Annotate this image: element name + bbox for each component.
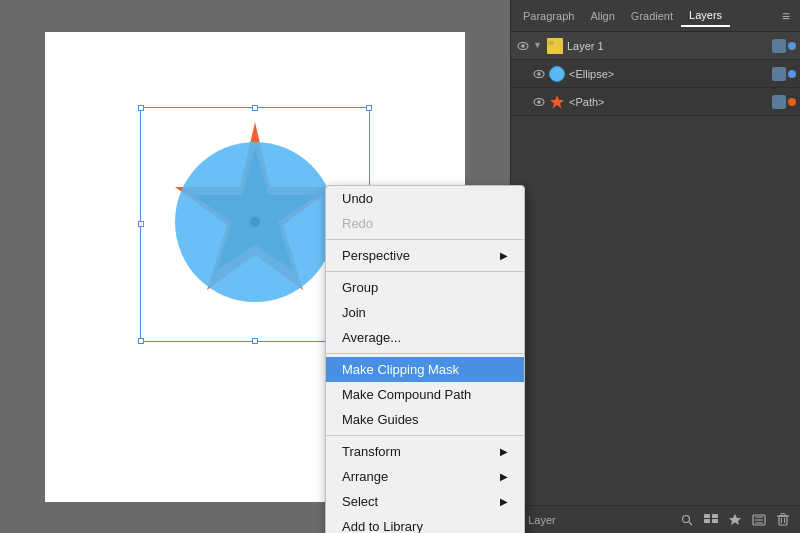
context-menu: Undo Redo Perspective ▶ Group Join Avera… <box>325 185 525 533</box>
separator-1 <box>326 239 524 240</box>
layer-lock-icon[interactable] <box>772 39 786 53</box>
menu-item-make-clipping-mask[interactable]: Make Clipping Mask <box>326 357 524 382</box>
separator-4 <box>326 435 524 436</box>
menu-item-arrange[interactable]: Arrange ▶ <box>326 464 524 489</box>
layer-thumb-folder <box>547 38 563 54</box>
search-status-icon[interactable] <box>678 511 696 529</box>
layer-color-dot <box>788 42 796 50</box>
menu-item-transform[interactable]: Transform ▶ <box>326 439 524 464</box>
perspective-arrow-icon: ▶ <box>500 250 508 261</box>
tab-paragraph[interactable]: Paragraph <box>515 6 582 26</box>
svg-rect-26 <box>781 514 785 517</box>
right-panel: Paragraph Align Gradient Layers ≡ ▼ <box>510 0 800 533</box>
layer-lock-ellipse[interactable] <box>772 67 786 81</box>
tab-layers[interactable]: Layers <box>681 5 730 27</box>
svg-point-11 <box>537 100 541 104</box>
layer-color-ellipse <box>788 70 796 78</box>
layer-lock-path[interactable] <box>772 95 786 109</box>
move-status-icon[interactable] <box>750 511 768 529</box>
menu-item-select[interactable]: Select ▶ <box>326 489 524 514</box>
status-icons <box>678 511 792 529</box>
svg-marker-19 <box>729 514 741 525</box>
anchor-status-icon[interactable] <box>726 511 744 529</box>
menu-item-add-to-library[interactable]: Add to Library <box>326 514 524 533</box>
svg-point-13 <box>683 515 690 522</box>
arrange-arrow-icon: ▶ <box>500 471 508 482</box>
svg-rect-15 <box>704 514 710 518</box>
tab-gradient[interactable]: Gradient <box>623 6 681 26</box>
separator-2 <box>326 271 524 272</box>
panel-tabs: Paragraph Align Gradient Layers ≡ <box>511 0 800 32</box>
panel-menu-icon[interactable]: ≡ <box>776 8 796 24</box>
select-arrow-icon: ▶ <box>500 496 508 507</box>
menu-item-perspective[interactable]: Perspective ▶ <box>326 243 524 268</box>
layer-row-path[interactable]: <Path> <box>511 88 800 116</box>
layer-row-group[interactable]: ▼ Layer 1 <box>511 32 800 60</box>
svg-rect-16 <box>704 519 710 523</box>
eye-icon-ellipse[interactable] <box>531 66 547 82</box>
menu-item-undo[interactable]: Undo <box>326 186 524 211</box>
svg-rect-18 <box>712 519 718 523</box>
menu-item-redo: Redo <box>326 211 524 236</box>
menu-item-join[interactable]: Join <box>326 300 524 325</box>
svg-point-3 <box>250 217 260 227</box>
svg-rect-24 <box>779 516 787 525</box>
svg-rect-17 <box>712 514 718 518</box>
status-bar: 1 Layer <box>511 505 800 533</box>
separator-3 <box>326 353 524 354</box>
layer-thumb-path <box>549 94 565 110</box>
svg-marker-12 <box>550 95 564 109</box>
expand-arrow-icon[interactable]: ▼ <box>533 40 545 52</box>
layer-row-ellipse[interactable]: <Ellipse> <box>511 60 800 88</box>
menu-item-group[interactable]: Group <box>326 275 524 300</box>
svg-rect-7 <box>548 41 554 45</box>
eye-icon-path[interactable] <box>531 94 547 110</box>
trash-status-icon[interactable] <box>774 511 792 529</box>
menu-item-make-guides[interactable]: Make Guides <box>326 407 524 432</box>
layer-thumb-ellipse <box>549 66 565 82</box>
tab-align[interactable]: Align <box>582 6 622 26</box>
zoom-status-icon[interactable] <box>702 511 720 529</box>
menu-item-average[interactable]: Average... <box>326 325 524 350</box>
svg-line-14 <box>689 522 692 525</box>
layer-name-group: Layer 1 <box>567 40 770 52</box>
layer-name-ellipse: <Ellipse> <box>569 68 770 80</box>
menu-item-make-compound-path[interactable]: Make Compound Path <box>326 382 524 407</box>
layers-panel: ▼ Layer 1 <Ellipse> <box>511 32 800 116</box>
svg-point-5 <box>521 44 525 48</box>
layer-color-path <box>788 98 796 106</box>
transform-arrow-icon: ▶ <box>500 446 508 457</box>
svg-point-9 <box>537 72 541 76</box>
eye-icon-group[interactable] <box>515 38 531 54</box>
layer-name-path: <Path> <box>569 96 770 108</box>
